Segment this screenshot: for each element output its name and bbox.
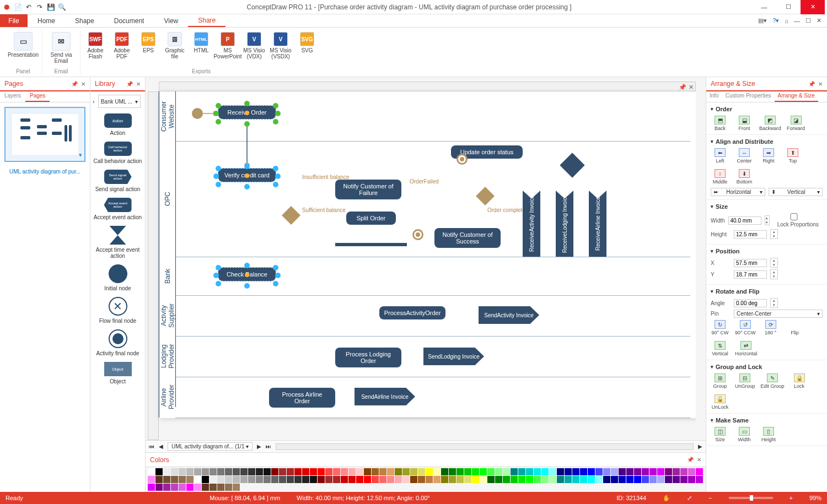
color-swatch[interactable] — [688, 468, 695, 475]
distribute-h[interactable]: ⬌Horizontal▾ — [711, 188, 765, 196]
color-swatch[interactable] — [534, 468, 541, 475]
color-swatch[interactable] — [395, 476, 402, 483]
color-swatch[interactable] — [526, 468, 533, 475]
scroll-right-icon[interactable]: ▶ — [698, 443, 702, 449]
ribbon-vdx[interactable]: VMS Visio (VDX) — [243, 30, 266, 59]
close-panel-icon[interactable]: ✕ — [81, 81, 85, 87]
color-swatch[interactable] — [171, 484, 178, 491]
pin-icon[interactable]: 📌 — [126, 81, 133, 87]
color-swatch[interactable] — [480, 476, 487, 483]
zoom-out-icon[interactable]: − — [708, 495, 712, 501]
color-swatch[interactable] — [202, 484, 209, 491]
ribbon-graphic[interactable]: 🖼Graphic file — [163, 30, 186, 59]
color-swatch[interactable] — [194, 476, 201, 483]
tab-home[interactable]: Home — [28, 14, 65, 27]
color-swatch[interactable] — [148, 484, 155, 491]
color-swatch[interactable] — [364, 468, 371, 475]
color-swatch[interactable] — [248, 468, 255, 475]
color-swatch[interactable] — [186, 468, 194, 475]
color-swatch[interactable] — [472, 476, 479, 483]
tab-view[interactable]: View — [154, 14, 188, 27]
color-swatch[interactable] — [426, 468, 433, 475]
node-recv-activity[interactable]: ReceiveActivity Invoice — [523, 191, 540, 257]
node-recv-lodging[interactable]: ReceiveLodging Invoice — [556, 191, 573, 257]
merge-status[interactable] — [476, 187, 495, 205]
save-icon[interactable]: 💾 — [46, 3, 55, 12]
decision-balance[interactable] — [282, 206, 300, 225]
color-swatch[interactable] — [217, 484, 224, 491]
color-swatch[interactable] — [225, 484, 232, 491]
pages-tab-pages[interactable]: Pages — [25, 91, 50, 102]
color-swatch[interactable] — [580, 468, 587, 475]
color-swatch[interactable] — [549, 468, 556, 475]
color-swatch[interactable] — [333, 476, 340, 483]
rtab-arrange[interactable]: Arrange & Size — [775, 91, 818, 102]
lib-call-behavior[interactable]: Call behavioractionCall behavior action — [93, 142, 143, 164]
h-scrollbar[interactable] — [276, 443, 694, 450]
node-send-airline[interactable]: SendAirline Invoice — [355, 388, 415, 405]
lib-activity-final[interactable]: Activity final node — [93, 329, 143, 356]
spinner-width[interactable]: ▴▾ — [765, 215, 770, 225]
align-center[interactable]: ↔Center — [735, 148, 754, 164]
tab-nav-start[interactable]: ⏮ — [149, 443, 154, 449]
fork-bar[interactable] — [335, 243, 407, 246]
lib-prev-icon[interactable]: ‹ — [93, 98, 95, 105]
angle-input[interactable] — [734, 299, 767, 307]
color-swatch[interactable] — [418, 476, 425, 483]
tab-file[interactable]: File — [0, 14, 28, 27]
inner-max-icon[interactable]: ☐ — [805, 17, 811, 24]
color-swatch[interactable] — [410, 476, 417, 483]
color-swatch[interactable] — [626, 468, 633, 475]
color-swatch[interactable] — [202, 468, 209, 475]
color-swatch[interactable] — [341, 476, 348, 483]
chevron-down-icon[interactable]: ▾ — [79, 151, 82, 159]
inner-min-icon[interactable]: — — [794, 18, 800, 24]
color-swatch[interactable] — [210, 468, 217, 475]
color-swatch[interactable] — [279, 476, 286, 483]
color-swatch[interactable] — [348, 476, 356, 483]
align-right[interactable]: ➡Right — [759, 148, 778, 164]
color-swatch[interactable] — [665, 476, 672, 483]
color-swatch[interactable] — [649, 468, 657, 475]
color-swatch[interactable] — [186, 484, 194, 491]
color-swatch[interactable] — [603, 468, 610, 475]
pos-x-input[interactable] — [734, 259, 767, 267]
tab-nav-end[interactable]: ⏭ — [266, 443, 271, 449]
color-swatch[interactable] — [179, 468, 186, 475]
color-swatch[interactable] — [372, 468, 379, 475]
color-swatch[interactable] — [256, 468, 263, 475]
color-swatch[interactable] — [356, 468, 363, 475]
color-swatch[interactable] — [680, 476, 688, 483]
node-send-lodging[interactable]: SendLodging Invoice — [423, 348, 484, 365]
color-swatch[interactable] — [264, 476, 271, 483]
color-swatch[interactable] — [487, 468, 495, 475]
color-swatch[interactable] — [240, 476, 248, 483]
color-swatch[interactable] — [318, 468, 325, 475]
distribute-v[interactable]: ⬍Vertical▾ — [769, 188, 823, 196]
lib-send-signal[interactable]: Send signalactionSend signal action — [93, 170, 143, 192]
redo-icon[interactable]: ↷ — [35, 3, 44, 12]
color-swatch[interactable] — [225, 476, 232, 483]
color-swatch[interactable] — [480, 468, 487, 475]
color-swatch[interactable] — [696, 468, 703, 475]
color-swatch[interactable] — [171, 468, 178, 475]
unlock-btn[interactable]: 🔓UnLock — [711, 394, 729, 410]
color-swatch[interactable] — [410, 468, 417, 475]
order-back[interactable]: ⬒Back — [711, 116, 729, 131]
color-swatch[interactable] — [472, 468, 479, 475]
color-swatch[interactable] — [449, 468, 456, 475]
inner-close-icon[interactable]: ✕ — [817, 17, 821, 24]
align-left[interactable]: ⬅Left — [711, 148, 729, 164]
close-panel-icon[interactable]: ✕ — [136, 81, 141, 87]
align-middle[interactable]: ↕Middle — [711, 169, 729, 185]
color-swatch[interactable] — [611, 468, 618, 475]
tab-share[interactable]: Share — [188, 14, 225, 27]
order-front[interactable]: ⬓Front — [735, 116, 754, 131]
lock-proportions[interactable] — [777, 213, 810, 220]
spinner-x[interactable]: ▴▾ — [770, 258, 778, 268]
color-swatch[interactable] — [665, 468, 672, 475]
zoom-slider[interactable] — [729, 497, 773, 499]
node-notify-success[interactable]: Notify Customer of Success — [434, 228, 501, 248]
lib-action[interactable]: ActionAction — [93, 113, 143, 136]
lib-flow-final[interactable]: ✕Flow final node — [93, 297, 143, 324]
